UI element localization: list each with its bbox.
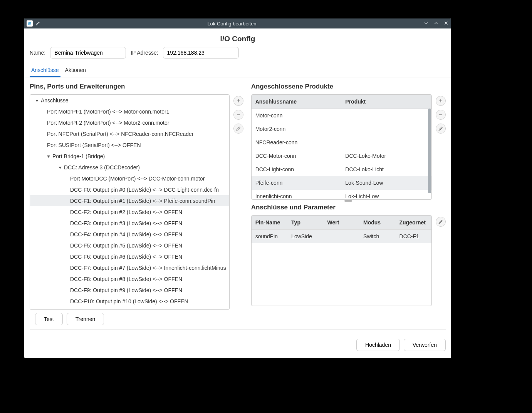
cell-anschlussname: Motor2-conn (252, 122, 342, 136)
tree-item-label: DCC: Adresse 3 (DCCDecoder) (64, 164, 140, 171)
tab-aktionen[interactable]: Aktionen (64, 64, 87, 77)
footer: Hochladen Verwerfen (30, 329, 446, 358)
cell-zug: DCC-F1 (396, 230, 431, 243)
tree-item-label: Anschlüsse (41, 97, 69, 104)
tree-scroll[interactable]: AnschlüssePort MotorPt-1 (MotorPort) <--… (30, 95, 229, 309)
tree-item-label: DCC-F0: Output pin #0 (LowSide) <--> DCC… (70, 187, 219, 193)
tree-item-label: DCC-F6: Output pin #6 (LowSide) <--> OFF… (70, 254, 182, 260)
tree-item-label: Port NFCPort (SerialPort) <--> NFCReader… (47, 131, 193, 137)
tree-item[interactable]: DCC-F0: Output pin #0 (LowSide) <--> DCC… (30, 184, 229, 195)
caret-down-icon[interactable] (47, 156, 50, 158)
caret-down-icon[interactable] (59, 167, 62, 169)
tree-item-label: Port MotorPt-2 (MotorPort) <--> Motor2-c… (47, 120, 169, 126)
table-row[interactable]: Motor2-conn (252, 122, 431, 136)
col-modus: Modus (359, 216, 395, 230)
tree-item-label: DCC-F10: Output pin #10 (LowSide) <--> O… (70, 298, 188, 304)
params-table[interactable]: Pin-Name Typ Wert Modus Zugeornet soundP… (252, 216, 431, 243)
tree-item[interactable]: DCC-F6: Output pin #6 (LowSide) <--> OFF… (30, 251, 229, 262)
name-label: Name: (30, 50, 45, 56)
ip-label: IP Adresse: (131, 50, 158, 56)
cell-anschlussname: DCC-Motor-conn (252, 149, 342, 163)
cell-produkt: Lok-Sound-Low (341, 176, 431, 190)
tree-item[interactable]: DCC-F1: Output pin #1 (LowSide) <--> Pfe… (30, 195, 229, 206)
params-table-box: Pin-Name Typ Wert Modus Zugeornet soundP… (251, 215, 432, 306)
col-anschlussname: Anschlussname (252, 95, 342, 109)
col-wert: Wert (324, 216, 359, 230)
cell-anschlussname: Innenlicht-conn (252, 190, 342, 200)
tree-item[interactable]: Port MotorPt-2 (MotorPort) <--> Motor2-c… (30, 117, 229, 128)
tab-anschlüsse[interactable]: Anschlüsse (30, 64, 60, 77)
edit-product-button[interactable] (436, 124, 446, 134)
cell-produkt (341, 136, 431, 149)
cell-produkt: DCC-Loko-Licht (341, 163, 431, 176)
table-row[interactable]: NFCReader-conn (252, 136, 431, 149)
table-row[interactable]: Pfeife-connLok-Sound-Low (252, 176, 431, 190)
caret-down-icon[interactable] (35, 100, 39, 102)
tree-item[interactable]: DCC-F5: Output pin #5 (LowSide) <--> OFF… (30, 240, 229, 251)
scrollbar[interactable] (428, 109, 431, 193)
ip-input[interactable] (163, 47, 239, 59)
tree-item-label: DCC-F9: Output pin #9 (LowSide) <--> OFF… (70, 287, 182, 293)
cell-produkt: DCC-Loko-Motor (341, 149, 431, 163)
upload-button[interactable]: Hochladen (356, 339, 400, 351)
tree-item[interactable]: Port SUSIPort (SerialPort) <--> OFFEN (30, 139, 229, 150)
cell-anschlussname: Pfeife-conn (252, 176, 342, 190)
tree-item[interactable]: DCC-F10: Output pin #10 (LowSide) <--> O… (30, 296, 229, 307)
tree-item-label: Port Bridge-1 (Bridge) (52, 153, 105, 159)
close-icon[interactable] (443, 20, 449, 27)
tree-item[interactable]: DCC-F8: Output pin #8 (LowSide) <--> OFF… (30, 273, 229, 284)
trennen-button[interactable]: Trennen (67, 313, 104, 325)
tree-item[interactable]: DCC-F3: Output pin #3 (LowSide) <--> OFF… (30, 217, 229, 229)
params-heading: Anschlüsse und Parameter (251, 202, 446, 215)
products-heading: Angeschlossene Produkte (251, 81, 446, 94)
tree-item-label: DCC-F5: Output pin #5 (LowSide) <--> OFF… (70, 242, 182, 249)
window-title: Lok Config bearbeiten (40, 21, 423, 27)
tree-item-label: DCC-F3: Output pin #3 (LowSide) <--> OFF… (70, 220, 182, 226)
cell-produkt (341, 109, 431, 122)
add-port-button[interactable] (233, 96, 243, 106)
cell-typ: LowSide (287, 230, 323, 243)
titlebar: ⊞ Lok Config bearbeiten (24, 18, 451, 28)
col-produkt: Produkt (341, 95, 431, 109)
cell-produkt (341, 122, 431, 136)
tabs: AnschlüsseAktionen (24, 64, 451, 77)
test-button[interactable]: Test (35, 313, 63, 325)
tree-item[interactable]: Port Bridge-1 (Bridge) (30, 150, 229, 162)
table-row[interactable]: DCC-Light-connDCC-Loko-Licht (252, 163, 431, 176)
edit-param-button[interactable] (436, 217, 446, 227)
pin-icon[interactable] (35, 20, 40, 27)
maximize-icon[interactable] (433, 20, 439, 27)
edit-port-button[interactable] (233, 124, 243, 134)
table-row[interactable]: Motor-conn (252, 109, 431, 122)
table-row[interactable]: Innenlicht-connLok-Licht-Low (252, 190, 431, 200)
window: ⊞ Lok Config bearbeiten I/O Config Name:… (24, 18, 451, 358)
form-row: Name: IP Adresse: (24, 47, 451, 64)
tree-item[interactable]: DCC-F2: Output pin #2 (LowSide) <--> OFF… (30, 206, 229, 217)
cell-anschlussname: DCC-Light-conn (252, 163, 342, 176)
remove-port-button[interactable] (233, 110, 243, 120)
tree-item-label: DCC-F4: Output pin #4 (LowSide) <--> OFF… (70, 231, 182, 237)
remove-product-button[interactable] (436, 110, 446, 120)
table-row[interactable]: DCC-Motor-connDCC-Loko-Motor (252, 149, 431, 163)
col-zugeordnet: Zugeornet (396, 216, 431, 230)
tree-item[interactable]: DCC: Adresse 3 (DCCDecoder) (30, 162, 229, 173)
discard-button[interactable]: Verwerfen (404, 339, 446, 351)
products-table[interactable]: Anschlussname Produkt Motor-connMotor2-c… (252, 95, 431, 200)
tree-item[interactable]: DCC-F4: Output pin #4 (LowSide) <--> OFF… (30, 229, 229, 240)
tree-item[interactable]: DCC-F7: Output pin #7 (LowSide) <--> Inn… (30, 262, 229, 273)
cell-anschlussname: NFCReader-conn (252, 136, 342, 149)
tree-item-label: DCC-F1: Output pin #1 (LowSide) <--> Pfe… (70, 198, 215, 204)
tree-item[interactable]: Port NFCPort (SerialPort) <--> NFCReader… (30, 128, 229, 139)
table-row[interactable]: soundPinLowSideSwitchDCC-F1 (252, 230, 431, 243)
tree-item[interactable]: Port MotorPt-1 (MotorPort) <--> Motor-co… (30, 106, 229, 117)
tree-item[interactable]: DCC-F9: Output pin #9 (LowSide) <--> OFF… (30, 284, 229, 296)
cell-modus: Switch (359, 230, 395, 243)
name-input[interactable] (50, 47, 126, 59)
tree-item-label: DCC-F7: Output pin #7 (LowSide) <--> Inn… (70, 265, 226, 271)
products-table-box: Anschlussname Produkt Motor-connMotor2-c… (251, 94, 432, 200)
tree-item[interactable]: Anschlüsse (30, 95, 229, 106)
minimize-icon[interactable] (423, 20, 429, 27)
col-pin-name: Pin-Name (252, 216, 287, 230)
tree-item[interactable]: Port MotorDCC (MotorPort) <--> DCC-Motor… (30, 173, 229, 184)
add-product-button[interactable] (436, 96, 446, 106)
